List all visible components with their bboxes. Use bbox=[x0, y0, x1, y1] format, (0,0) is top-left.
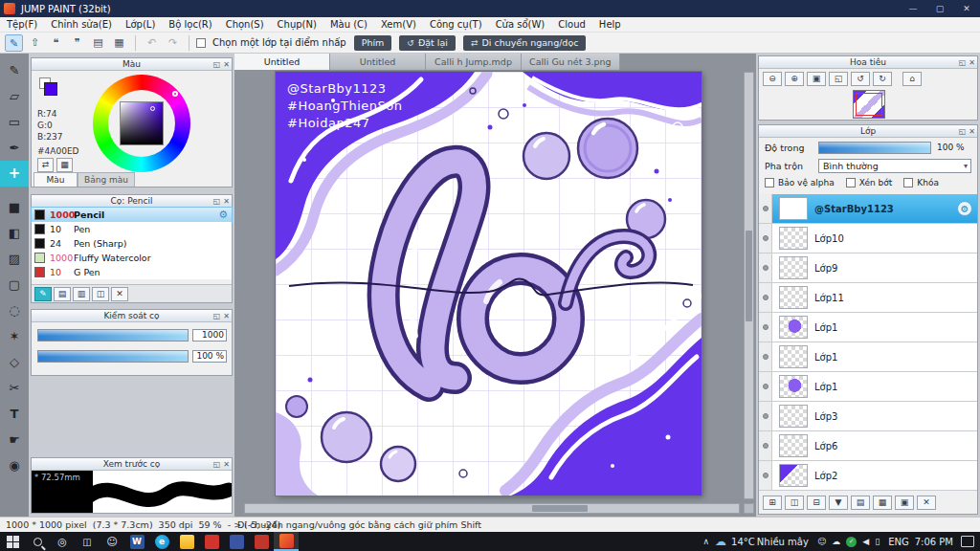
layer-row[interactable]: Lớp1 bbox=[759, 313, 977, 342]
foreground-color-swatch[interactable] bbox=[44, 82, 57, 96]
saturation-square[interactable] bbox=[120, 101, 164, 145]
menu-item[interactable]: Cloud bbox=[551, 17, 592, 33]
polygon-tool[interactable]: ◇ bbox=[0, 349, 29, 375]
layer-row[interactable]: Lớp3 bbox=[759, 402, 977, 431]
marquee-tool[interactable]: ▢ bbox=[0, 272, 29, 298]
text-tool[interactable]: T bbox=[0, 401, 29, 427]
brush-opacity-value[interactable]: 100 % bbox=[192, 350, 227, 363]
layer-row[interactable]: Lớp1 bbox=[759, 372, 977, 402]
gear-icon[interactable]: ⚙ bbox=[218, 209, 228, 221]
pen-tool[interactable]: ✒ bbox=[0, 135, 29, 161]
edge-app-button[interactable]: e bbox=[149, 532, 174, 551]
task-view-button[interactable]: ◫ bbox=[75, 532, 100, 551]
search-button[interactable] bbox=[25, 532, 50, 551]
duplicate-layer-icon[interactable]: ◫ bbox=[785, 496, 804, 510]
eraser-tool[interactable]: ▱ bbox=[0, 83, 29, 109]
brush-item[interactable]: 10 Pen bbox=[32, 222, 232, 236]
tab-color[interactable]: Màu bbox=[33, 172, 78, 187]
weather-temp[interactable]: 14°C bbox=[731, 537, 755, 547]
people-button[interactable]: ☺ bbox=[100, 532, 124, 551]
reset-button[interactable]: ↺Đặt lại bbox=[399, 35, 456, 51]
tray-chevron-icon[interactable]: ∧ bbox=[701, 537, 713, 546]
visibility-dot[interactable] bbox=[763, 413, 768, 419]
brush-item[interactable]: 1000 Pencil ⚙ bbox=[32, 208, 232, 222]
menu-item[interactable]: Chỉnh sửa(E) bbox=[44, 17, 119, 33]
files-app-button[interactable] bbox=[174, 532, 199, 551]
brush-page-icon[interactable]: ▤ bbox=[54, 287, 71, 301]
weather-desc[interactable]: Nhiều mây bbox=[757, 537, 809, 547]
hand-tool[interactable]: ☛ bbox=[0, 427, 29, 452]
document-tab[interactable]: Calli Gu nét 3.png bbox=[522, 54, 620, 70]
maximize-button[interactable]: ▢ bbox=[926, 0, 953, 17]
zoom-out-icon[interactable]: ⊖ bbox=[763, 72, 782, 86]
layer-material-icon[interactable]: ▦ bbox=[873, 496, 892, 510]
bucket-tool[interactable]: ◧ bbox=[0, 220, 29, 246]
lasso-tool[interactable]: ◌ bbox=[0, 298, 29, 323]
new-layer-icon[interactable]: ⊞ bbox=[763, 496, 782, 510]
add-brush-icon[interactable]: ✎ bbox=[34, 287, 52, 301]
layer-order-icon[interactable]: ▼ bbox=[829, 496, 848, 510]
visibility-dot[interactable] bbox=[763, 443, 768, 449]
fill-rect-tool[interactable]: ■ bbox=[0, 194, 29, 220]
menu-item[interactable]: Bộ lọc(R) bbox=[162, 17, 218, 33]
layer-gear-button[interactable]: ⚙ bbox=[957, 201, 972, 216]
notification-center-icon[interactable] bbox=[961, 536, 974, 547]
panel-close-icon[interactable]: ✕ bbox=[223, 310, 230, 322]
panel-close-icon[interactable]: ✕ bbox=[969, 125, 975, 138]
horizontal-scrollbar[interactable] bbox=[244, 503, 740, 514]
layer-row[interactable]: Lớp6 bbox=[759, 431, 977, 461]
start-button[interactable] bbox=[0, 532, 25, 551]
delete-layer-icon[interactable]: ✕ bbox=[917, 496, 936, 510]
vertical-scrollbar[interactable] bbox=[744, 72, 754, 499]
menu-item[interactable]: Help bbox=[592, 17, 628, 33]
visibility-dot[interactable] bbox=[763, 295, 768, 300]
document-tab[interactable]: Calli h Jump.mdp bbox=[426, 54, 522, 70]
layer-opacity-slider[interactable] bbox=[818, 142, 931, 154]
layer-row[interactable]: Lớp1 bbox=[759, 342, 977, 372]
panel-float-icon[interactable]: ◱ bbox=[959, 56, 967, 69]
navigator-view-rect[interactable] bbox=[856, 93, 882, 116]
lock-checkbox[interactable] bbox=[903, 178, 913, 187]
brush-size-slider[interactable] bbox=[37, 329, 189, 342]
visibility-dot[interactable] bbox=[763, 354, 768, 360]
app-button[interactable] bbox=[199, 532, 224, 551]
menu-item[interactable]: Công cụ(T) bbox=[423, 17, 489, 33]
horizontal-scrollbar-thumb[interactable] bbox=[532, 505, 588, 512]
onedrive-cloud-icon[interactable]: ☁ bbox=[829, 537, 843, 546]
comment-alt-icon[interactable]: ❞ bbox=[68, 34, 86, 52]
panel-close-icon[interactable]: ✕ bbox=[223, 58, 230, 71]
panel-close-icon[interactable]: ✕ bbox=[969, 56, 975, 69]
select-layer-checkbox[interactable] bbox=[196, 38, 206, 48]
minimize-button[interactable]: — bbox=[900, 0, 926, 17]
brush-opacity-slider[interactable] bbox=[37, 350, 189, 363]
visibility-dot[interactable] bbox=[763, 384, 768, 389]
document-tab[interactable]: Untitled bbox=[234, 54, 330, 70]
language-indicator[interactable]: ENG bbox=[888, 537, 909, 547]
clipping-checkbox[interactable] bbox=[846, 178, 856, 187]
comment-icon[interactable]: ❝ bbox=[47, 34, 65, 52]
volume-icon[interactable]: ◀ bbox=[859, 537, 872, 546]
visibility-dot[interactable] bbox=[763, 206, 768, 211]
brush-folder-icon[interactable]: ▥ bbox=[73, 287, 90, 301]
brush-item[interactable]: 24 Pen (Sharp) bbox=[32, 236, 232, 251]
duplicate-brush-icon[interactable]: ◫ bbox=[92, 287, 109, 301]
fit-view-icon[interactable]: ▣ bbox=[807, 72, 826, 86]
eyedropper-tool[interactable]: ◉ bbox=[0, 452, 29, 478]
layer-row[interactable]: Lớp9 bbox=[759, 253, 977, 283]
gradient-tool[interactable]: ▨ bbox=[0, 246, 29, 272]
magic-wand-tool[interactable]: ✶ bbox=[0, 323, 29, 349]
swap-colors-icon[interactable]: ⇄ bbox=[37, 158, 54, 172]
menu-item[interactable]: Chọn(S) bbox=[219, 17, 271, 33]
app-button[interactable] bbox=[224, 532, 249, 551]
close-button[interactable]: ✕ bbox=[953, 0, 980, 17]
battery-icon[interactable]: ▯ bbox=[872, 537, 882, 546]
word-app-button[interactable]: W bbox=[124, 532, 149, 551]
actual-size-icon[interactable]: ◱ bbox=[829, 72, 848, 86]
brush-item[interactable]: 1000 Fluffy Watercolor bbox=[32, 251, 232, 265]
redo-icon[interactable]: ↷ bbox=[164, 34, 182, 52]
cortana-button[interactable]: ◎ bbox=[50, 532, 75, 551]
pencil-tool[interactable]: ✎ bbox=[0, 57, 29, 83]
layer-row[interactable]: Lớp10 bbox=[759, 224, 977, 253]
document-tab[interactable]: Untitled bbox=[330, 54, 426, 70]
move-tool[interactable]: + bbox=[0, 161, 29, 187]
